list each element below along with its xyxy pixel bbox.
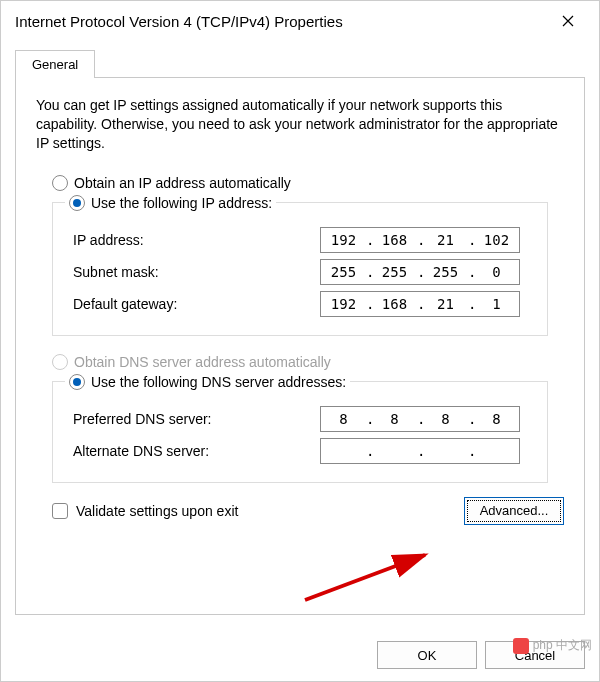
ip-group: Use the following IP address: IP address… — [52, 195, 548, 336]
octet[interactable]: 8 — [474, 411, 519, 427]
octet[interactable]: 0 — [474, 264, 519, 280]
octet[interactable]: 1 — [474, 296, 519, 312]
octet[interactable]: 168 — [372, 296, 417, 312]
octet[interactable]: 255 — [372, 264, 417, 280]
tab-strip: General — [15, 49, 585, 77]
row-alternate-dns: Alternate DNS server: . . . — [65, 438, 535, 464]
row-preferred-dns: Preferred DNS server: 8. 8. 8. 8 — [65, 406, 535, 432]
ok-button[interactable]: OK — [377, 641, 477, 669]
gateway-input[interactable]: 192. 168. 21. 1 — [320, 291, 520, 317]
gateway-label: Default gateway: — [65, 296, 320, 312]
radio-dns-auto: Obtain DNS server address automatically — [36, 350, 564, 374]
row-gateway: Default gateway: 192. 168. 21. 1 — [65, 291, 535, 317]
bottom-row: Validate settings upon exit Advanced... — [36, 497, 564, 525]
radio-label: Obtain DNS server address automatically — [74, 354, 331, 370]
octet[interactable]: 8 — [423, 411, 468, 427]
description-text: You can get IP settings assigned automat… — [36, 96, 564, 153]
validate-label: Validate settings upon exit — [76, 503, 238, 519]
radio-ip-manual[interactable]: Use the following IP address: — [65, 195, 276, 211]
dialog-body: General You can get IP settings assigned… — [1, 41, 599, 629]
tab-general[interactable]: General — [15, 50, 95, 78]
radio-label: Use the following IP address: — [91, 195, 272, 211]
radio-label: Obtain an IP address automatically — [74, 175, 291, 191]
dns-group: Use the following DNS server addresses: … — [52, 374, 548, 483]
radio-icon — [69, 374, 85, 390]
ip-address-input[interactable]: 192. 168. 21. 102 — [320, 227, 520, 253]
radio-icon — [52, 175, 68, 191]
octet[interactable]: 192 — [321, 296, 366, 312]
octet[interactable]: 168 — [372, 232, 417, 248]
tab-panel-general: You can get IP settings assigned automat… — [15, 77, 585, 615]
radio-icon — [69, 195, 85, 211]
dialog-footer: OK Cancel — [1, 629, 599, 681]
close-icon — [562, 15, 574, 27]
row-subnet: Subnet mask: 255. 255. 255. 0 — [65, 259, 535, 285]
preferred-dns-input[interactable]: 8. 8. 8. 8 — [320, 406, 520, 432]
window-title: Internet Protocol Version 4 (TCP/IPv4) P… — [15, 13, 545, 30]
titlebar: Internet Protocol Version 4 (TCP/IPv4) P… — [1, 1, 599, 41]
php-icon — [513, 638, 529, 654]
ip-address-label: IP address: — [65, 232, 320, 248]
checkbox-icon — [52, 503, 68, 519]
dialog-window: Internet Protocol Version 4 (TCP/IPv4) P… — [0, 0, 600, 682]
validate-checkbox-row[interactable]: Validate settings upon exit — [36, 499, 254, 523]
close-button[interactable] — [545, 5, 591, 37]
advanced-button[interactable]: Advanced... — [464, 497, 564, 525]
octet[interactable]: 8 — [321, 411, 366, 427]
alternate-dns-label: Alternate DNS server: — [65, 443, 320, 459]
preferred-dns-label: Preferred DNS server: — [65, 411, 320, 427]
octet[interactable]: 21 — [423, 232, 468, 248]
radio-label: Use the following DNS server addresses: — [91, 374, 346, 390]
octet[interactable]: 102 — [474, 232, 519, 248]
watermark: php 中文网 — [513, 637, 592, 654]
octet[interactable]: 21 — [423, 296, 468, 312]
radio-icon — [52, 354, 68, 370]
watermark-text: php 中文网 — [533, 637, 592, 654]
octet[interactable]: 255 — [321, 264, 366, 280]
radio-ip-auto[interactable]: Obtain an IP address automatically — [36, 171, 564, 195]
subnet-input[interactable]: 255. 255. 255. 0 — [320, 259, 520, 285]
octet[interactable]: 8 — [372, 411, 417, 427]
subnet-label: Subnet mask: — [65, 264, 320, 280]
row-ip-address: IP address: 192. 168. 21. 102 — [65, 227, 535, 253]
octet[interactable]: 192 — [321, 232, 366, 248]
radio-dns-manual[interactable]: Use the following DNS server addresses: — [65, 374, 350, 390]
octet[interactable]: 255 — [423, 264, 468, 280]
alternate-dns-input[interactable]: . . . — [320, 438, 520, 464]
